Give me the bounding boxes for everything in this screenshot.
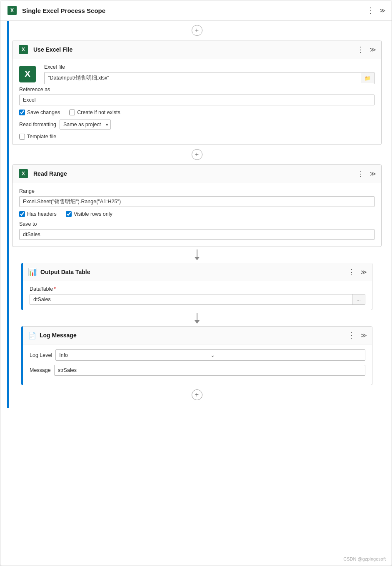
scope-excel-icon: X bbox=[6, 5, 18, 16]
read-range-card: X Read Range ⋮ ≫ Range bbox=[12, 164, 382, 247]
has-headers-checkbox[interactable] bbox=[19, 211, 25, 217]
scope-dots-button[interactable]: ⋮ bbox=[365, 5, 376, 16]
visible-rows-only-label: Visible rows only bbox=[74, 211, 112, 217]
bottom-plus-button[interactable]: + bbox=[192, 389, 202, 400]
scope-title: Single Excel Process Scope bbox=[22, 7, 365, 14]
output-collapse-button[interactable]: ≫ bbox=[361, 269, 367, 275]
middle-plus-button[interactable]: + bbox=[192, 149, 202, 160]
excel-file-label: Excel file bbox=[44, 64, 375, 70]
output-body-content: DataTable* dtSales ... bbox=[23, 281, 372, 310]
datatable-input-wrapper: dtSales ... bbox=[30, 294, 365, 305]
use-excel-title: Use Excel File bbox=[33, 46, 355, 53]
has-headers-label: Has headers bbox=[27, 211, 57, 217]
read-range-body: Range Has headers Visible rows only bbox=[12, 183, 381, 247]
reference-as-input[interactable] bbox=[19, 95, 375, 105]
read-range-icon: X bbox=[17, 168, 29, 180]
log-body-content: Log Level Info ⌄ Message bbox=[23, 344, 372, 385]
use-excel-dots-button[interactable]: ⋮ bbox=[355, 44, 367, 55]
range-label: Range bbox=[19, 188, 375, 194]
reference-as-input-wrapper bbox=[19, 95, 375, 105]
save-to-input[interactable] bbox=[19, 229, 375, 240]
save-to-input-wrapper bbox=[19, 229, 375, 240]
output-title: Output Data Table bbox=[40, 269, 346, 275]
excel-file-input-wrapper: "Data\Input\销售明细.xlsx" 📁 bbox=[44, 72, 375, 84]
middle-plus-connector: + bbox=[9, 145, 385, 164]
message-label: Message bbox=[30, 367, 51, 373]
arrow-connector-2 bbox=[9, 310, 385, 326]
read-formatting-select[interactable]: Same as project Formatted Unformatted bbox=[60, 120, 111, 130]
create-if-not-exists-label: Create if not exists bbox=[77, 110, 120, 115]
use-excel-collapse-button[interactable]: ≫ bbox=[370, 46, 376, 53]
template-file-checkbox[interactable] bbox=[19, 134, 25, 140]
reference-as-label: Reference as bbox=[19, 87, 375, 92]
excel-file-row: X Excel file "Data\Input\销售明细.xlsx" 📁 bbox=[19, 64, 375, 84]
log-dots-button[interactable]: ⋮ bbox=[346, 330, 357, 341]
excel-file-browse-button[interactable]: 📁 bbox=[361, 73, 374, 83]
main-container: X Single Excel Process Scope ⋮ ≫ + X Use… bbox=[0, 0, 392, 566]
use-excel-icon: X bbox=[17, 44, 29, 55]
read-range-collapse-button[interactable]: ≫ bbox=[370, 170, 376, 177]
datatable-input[interactable]: dtSales bbox=[30, 294, 352, 304]
range-input[interactable] bbox=[19, 196, 375, 207]
message-row: Message bbox=[30, 365, 365, 376]
save-changes-checkbox[interactable] bbox=[19, 110, 25, 115]
read-range-header: X Read Range ⋮ ≫ bbox=[12, 165, 381, 183]
log-level-dropdown[interactable]: Info ⌄ bbox=[55, 349, 365, 361]
datatable-ellipsis-button[interactable]: ... bbox=[352, 294, 365, 304]
save-to-label: Save to bbox=[19, 221, 375, 227]
range-checkboxes-row: Has headers Visible rows only bbox=[19, 211, 375, 217]
scope-body: + X Use Excel File ⋮ ≫ X bbox=[7, 21, 385, 408]
log-title: Log Message bbox=[40, 332, 346, 339]
output-data-table-card: 📊 Output Data Table ⋮ ≫ DataTable* dtSal… bbox=[21, 263, 372, 310]
read-formatting-label: Read formatting bbox=[19, 122, 56, 127]
datatable-required: * bbox=[54, 286, 56, 292]
message-input-wrapper bbox=[54, 365, 365, 376]
log-level-dropdown-wrapper: Info ⌄ bbox=[55, 349, 365, 361]
excel-file-value[interactable]: "Data\Input\销售明细.xlsx" bbox=[45, 72, 361, 84]
datatable-icon: 📊 bbox=[28, 267, 37, 277]
bottom-plus-connector: + bbox=[9, 385, 385, 404]
use-excel-body: X Excel file "Data\Input\销售明细.xlsx" 📁 Re… bbox=[12, 59, 381, 145]
save-changes-label: Save changes bbox=[27, 110, 60, 115]
create-if-not-exists-checkbox[interactable] bbox=[69, 110, 75, 115]
scope-container: X Single Excel Process Scope ⋮ ≫ + X Use… bbox=[0, 0, 392, 566]
checkboxes-row: Save changes Create if not exists bbox=[19, 110, 375, 115]
log-level-row: Log Level Info ⌄ bbox=[30, 349, 365, 361]
read-formatting-dropdown-wrapper: Same as project Formatted Unformatted bbox=[60, 120, 111, 130]
arrow-head-2 bbox=[195, 320, 200, 324]
top-plus-connector: + bbox=[9, 21, 385, 40]
watermark: CSDN @gzpingesoft bbox=[343, 556, 386, 561]
excel-file-input-section: Excel file "Data\Input\销售明细.xlsx" 📁 bbox=[44, 64, 375, 84]
arrow-line-2 bbox=[197, 313, 197, 320]
output-dots-button[interactable]: ⋮ bbox=[346, 267, 357, 277]
range-input-wrapper bbox=[19, 196, 375, 207]
scope-collapse-button[interactable]: ≫ bbox=[380, 7, 386, 14]
use-excel-file-card: X Use Excel File ⋮ ≫ X Excel file bbox=[12, 40, 382, 145]
output-header: 📊 Output Data Table ⋮ ≫ bbox=[23, 263, 372, 281]
log-collapse-button[interactable]: ≫ bbox=[361, 332, 367, 339]
log-level-chevron-icon: ⌄ bbox=[210, 352, 362, 358]
read-range-dots-button[interactable]: ⋮ bbox=[355, 168, 367, 179]
excel-large-icon: X bbox=[19, 66, 36, 82]
scope-header: X Single Excel Process Scope ⋮ ≫ bbox=[0, 0, 392, 21]
template-file-label: Template file bbox=[27, 134, 56, 140]
template-file-checkbox-item: Template file bbox=[19, 134, 368, 140]
message-input[interactable] bbox=[54, 365, 365, 376]
top-plus-button[interactable]: + bbox=[192, 25, 202, 36]
save-changes-checkbox-item: Save changes bbox=[19, 110, 60, 115]
use-excel-header: X Use Excel File ⋮ ≫ bbox=[12, 40, 381, 59]
arrow-head-1 bbox=[195, 257, 200, 260]
log-level-value: Info bbox=[59, 352, 210, 358]
visible-rows-only-checkbox[interactable] bbox=[66, 211, 72, 217]
log-level-label: Log Level bbox=[30, 352, 52, 358]
log-icon: 📄 bbox=[28, 332, 36, 339]
log-header: 📄 Log Message ⋮ ≫ bbox=[23, 327, 372, 344]
has-headers-checkbox-item: Has headers bbox=[19, 211, 57, 217]
arrow-line-1 bbox=[197, 249, 197, 257]
arrow-connector-1 bbox=[9, 247, 385, 263]
read-formatting-row: Read formatting Same as project Formatte… bbox=[19, 120, 375, 130]
log-message-card: 📄 Log Message ⋮ ≫ Log Level Info bbox=[21, 326, 372, 385]
create-if-not-exists-checkbox-item: Create if not exists bbox=[69, 110, 120, 115]
datatable-label: DataTable* bbox=[30, 286, 365, 292]
visible-rows-only-checkbox-item: Visible rows only bbox=[66, 211, 112, 217]
